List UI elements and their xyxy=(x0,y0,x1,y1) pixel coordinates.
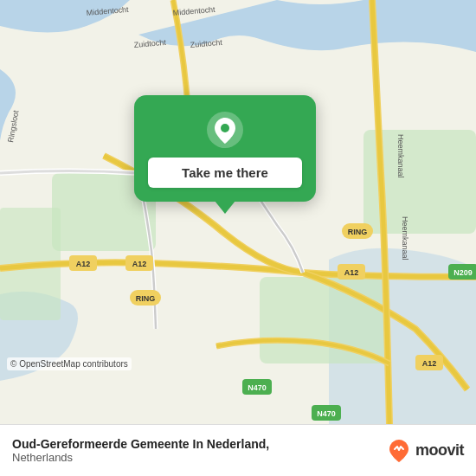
bottom-bar: Oud-Gereformeerde Gemeente In Nederland,… xyxy=(0,424,476,476)
location-name: Oud-Gereformeerde Gemeente In Nederland, xyxy=(12,437,269,451)
moovit-text: moovit xyxy=(415,441,464,460)
svg-text:N209: N209 xyxy=(453,268,473,277)
map-container: A12 A12 A12 A12 RING RING N206 N470 N470… xyxy=(0,0,476,424)
map-attribution: © OpenStreetMap contributors xyxy=(7,357,132,370)
svg-rect-2 xyxy=(260,277,389,363)
svg-text:Heemkanaal: Heemkanaal xyxy=(401,216,409,261)
svg-point-33 xyxy=(221,124,229,132)
svg-text:RING: RING xyxy=(348,228,368,236)
take-me-there-button[interactable]: Take me there xyxy=(148,158,302,188)
moovit-icon xyxy=(386,438,412,464)
svg-text:A12: A12 xyxy=(76,260,91,268)
svg-text:Heemkanaal: Heemkanaal xyxy=(396,134,405,178)
location-pin-icon xyxy=(206,111,244,149)
svg-text:RING: RING xyxy=(136,294,156,303)
moovit-logo: moovit xyxy=(386,438,464,464)
location-info: Oud-Gereformeerde Gemeente In Nederland,… xyxy=(12,437,269,464)
svg-text:N470: N470 xyxy=(248,383,267,392)
svg-text:A12: A12 xyxy=(132,260,147,268)
svg-text:A12: A12 xyxy=(422,359,437,368)
svg-text:N470: N470 xyxy=(317,409,336,418)
location-country: Netherlands xyxy=(12,451,269,464)
popup-card: Take me there xyxy=(134,95,316,202)
svg-text:A12: A12 xyxy=(344,268,359,277)
